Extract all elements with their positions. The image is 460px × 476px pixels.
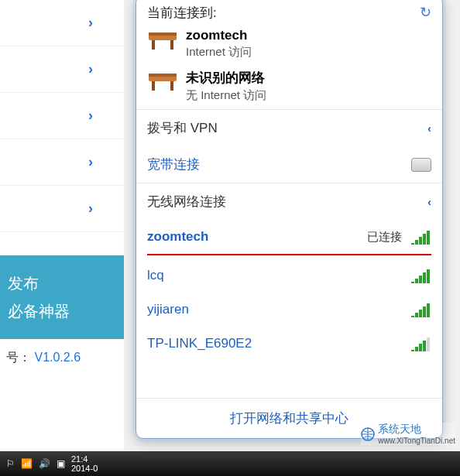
svg-rect-3	[170, 40, 173, 50]
taskbar: ⚐ 📶 🔊 ▣ 21:4 2014-0	[0, 451, 460, 476]
svg-rect-1	[149, 33, 177, 36]
network-flyout: 当前连接到: ↻ zoomtech Internet 访问 未识别的网络 无 I…	[136, 0, 443, 439]
wifi-item[interactable]: zoomtech 已连接	[136, 220, 442, 254]
section-label: 无线网络连接	[147, 193, 226, 211]
svg-rect-6	[152, 81, 155, 91]
current-connection: 未识别的网络 无 Internet 访问	[136, 66, 442, 109]
globe-icon	[361, 427, 375, 441]
wifi-item[interactable]: TP-LINK_E690E2	[136, 327, 442, 361]
svg-rect-18	[411, 316, 414, 317]
promo-banner: 发布 必备神器	[0, 255, 124, 339]
clock-time: 21:4	[71, 454, 98, 464]
svg-rect-12	[427, 231, 430, 245]
signal-icon	[411, 336, 431, 351]
svg-rect-19	[415, 313, 418, 317]
side-menu-item[interactable]: ›	[0, 93, 124, 139]
watermark: 系统天地 www.XiTongTianDi.net	[361, 423, 455, 445]
svg-rect-21	[423, 306, 426, 317]
signal-icon	[411, 229, 431, 245]
version-row: 号： V1.0.2.6	[0, 339, 124, 377]
watermark-brand: 系统天地	[378, 423, 455, 437]
version-number: V1.0.2.6	[34, 351, 81, 364]
wifi-ssid: zoomtech	[147, 229, 208, 245]
svg-rect-9	[415, 240, 418, 245]
svg-rect-7	[170, 81, 173, 91]
svg-rect-14	[415, 279, 418, 283]
svg-rect-25	[419, 344, 422, 351]
clock[interactable]: 21:4 2014-0	[71, 454, 98, 473]
section-label: 拨号和 VPN	[147, 119, 218, 137]
tray-network-icon[interactable]: 📶	[21, 458, 33, 469]
svg-rect-27	[427, 337, 430, 351]
connection-icon	[147, 69, 178, 94]
svg-rect-2	[152, 40, 155, 50]
promo-line: 必备神器	[8, 297, 116, 325]
wifi-list: zoomtech 已连接 lcq yijiaren TP-LINK_E690E2	[136, 220, 442, 361]
tray-flag-icon[interactable]: ⚐	[6, 458, 15, 469]
svg-rect-11	[423, 234, 426, 245]
svg-rect-13	[411, 282, 414, 283]
promo-line: 发布	[8, 269, 116, 297]
version-prefix: 号：	[6, 351, 31, 364]
chevron-right-icon: ›	[88, 108, 93, 124]
chevron-right-icon: ›	[88, 61, 93, 77]
svg-rect-15	[419, 276, 422, 283]
clock-date: 2014-0	[71, 464, 98, 473]
svg-rect-20	[419, 310, 422, 317]
annotation-underline	[147, 254, 431, 255]
connection-name: 未识别的网络	[186, 69, 266, 87]
flyout-title: 当前连接到:	[147, 4, 217, 22]
side-menu-item[interactable]: ›	[0, 139, 124, 186]
chevron-right-icon: ›	[88, 154, 93, 170]
chevron-right-icon: ›	[88, 15, 93, 31]
wifi-ssid: lcq	[147, 268, 164, 283]
svg-rect-16	[423, 272, 426, 283]
svg-rect-8	[411, 243, 414, 245]
connection-icon	[147, 28, 178, 53]
side-panel: › › › › › 发布 必备神器 号： V1.0.2.6	[0, 0, 124, 476]
wifi-item[interactable]: yijiaren	[136, 293, 442, 327]
side-menu-item[interactable]: ›	[0, 186, 124, 232]
chevron-right-icon: ›	[88, 200, 93, 217]
watermark-url: www.XiTongTianDi.net	[378, 437, 455, 445]
modem-icon	[411, 158, 431, 172]
current-connection: zoomtech Internet 访问	[136, 25, 442, 66]
section-dial-vpn[interactable]: 拨号和 VPN ‹	[136, 109, 442, 146]
wifi-ssid: TP-LINK_E690E2	[147, 336, 252, 351]
chevron-up-icon: ‹	[427, 196, 431, 208]
svg-rect-5	[149, 74, 177, 77]
tray-icon[interactable]: ▣	[57, 458, 65, 469]
wifi-item[interactable]: lcq	[136, 259, 442, 293]
side-menu-item[interactable]: ›	[0, 46, 124, 93]
connection-status: 无 Internet 访问	[186, 88, 266, 103]
connection-name: zoomtech	[186, 28, 252, 43]
svg-rect-23	[411, 350, 414, 351]
refresh-icon[interactable]: ↻	[420, 4, 431, 21]
wifi-status: 已连接	[367, 230, 402, 245]
tray-volume-icon[interactable]: 🔊	[39, 458, 50, 469]
svg-rect-24	[415, 347, 418, 351]
connection-status: Internet 访问	[186, 45, 252, 60]
signal-icon	[411, 302, 431, 317]
svg-rect-26	[423, 341, 426, 351]
svg-rect-22	[427, 303, 430, 317]
wifi-ssid: yijiaren	[147, 302, 189, 317]
dial-item-label: 宽带连接	[147, 156, 200, 173]
section-wifi[interactable]: 无线网络连接 ‹	[136, 183, 442, 220]
svg-rect-17	[427, 269, 430, 283]
svg-rect-10	[419, 237, 422, 245]
side-menu-item[interactable]: ›	[0, 0, 124, 46]
chevron-up-icon: ‹	[427, 122, 431, 135]
dial-item[interactable]: 宽带连接	[136, 146, 442, 183]
signal-icon	[411, 268, 431, 283]
open-network-center-label: 打开网络和共享中心	[230, 411, 348, 426]
